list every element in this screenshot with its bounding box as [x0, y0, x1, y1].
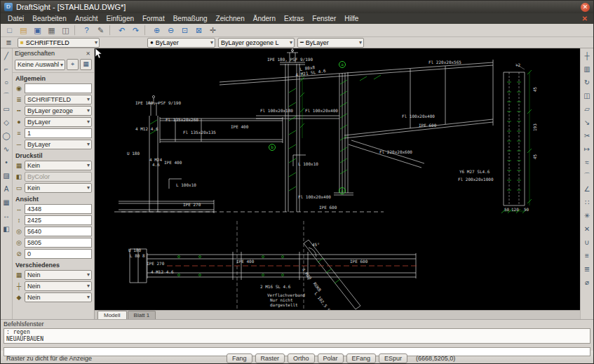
pencil-icon[interactable]: ✎ — [94, 24, 107, 36]
properties-icon[interactable]: ≡ — [581, 250, 593, 262]
menu-item[interactable]: Datei — [4, 15, 28, 22]
menu-item[interactable]: Einfügen — [102, 15, 138, 22]
redo-icon[interactable]: ↷ — [129, 24, 142, 36]
property-value[interactable]: 4348 — [25, 204, 92, 214]
extend-icon[interactable]: ↦ — [581, 144, 593, 155]
menu-item[interactable]: Format — [138, 15, 169, 22]
property-value[interactable]: Nein — [25, 270, 92, 280]
text-icon[interactable]: A — [1, 184, 12, 195]
property-value[interactable]: Nein — [25, 281, 92, 291]
drawing-annotation: 120 — [511, 207, 519, 212]
measure-icon[interactable]: ⌀ — [581, 277, 593, 288]
block-icon[interactable]: ◧ — [1, 224, 12, 235]
drawing-canvas[interactable]: IPE 180, PSF 9/190L 80x84 M21 SL 4.6Fl 2… — [95, 48, 580, 310]
document-close-icon[interactable]: ✕ — [579, 15, 590, 22]
layers-icon[interactable]: ≣ — [581, 264, 593, 275]
polar-toggle[interactable]: Polar — [318, 353, 344, 363]
select-elements-icon[interactable]: ⌖ — [67, 59, 79, 70]
layer-select[interactable]: ■ SCHRIFTFELD — [18, 38, 100, 48]
property-value[interactable]: SCHRIFTFELD — [25, 95, 92, 105]
property-value[interactable]: ByColor — [25, 172, 92, 182]
menu-item[interactable]: Ansicht — [71, 15, 102, 22]
spline-icon[interactable]: ∿ — [1, 144, 12, 155]
section-allgemein: Allgemein — [13, 73, 94, 83]
menu-item[interactable]: Hilfe — [340, 15, 363, 22]
stretch-icon[interactable]: ↘ — [581, 117, 593, 128]
erase-icon[interactable]: ✕ — [581, 224, 593, 235]
property-value[interactable]: ByLayer — [25, 140, 92, 149]
fillet-icon[interactable]: ⌒ — [581, 170, 593, 182]
point-icon[interactable]: • — [1, 157, 12, 168]
zoom-fit-icon[interactable]: ⊠ — [192, 24, 205, 36]
zoom-in-icon[interactable]: ⊕ — [150, 24, 163, 36]
pan-icon[interactable]: ✛ — [206, 24, 220, 36]
menu-item[interactable]: Fenster — [308, 15, 340, 22]
undo-icon[interactable]: ↶ — [115, 24, 128, 36]
layers-manager-icon[interactable]: ≣ — [3, 37, 15, 48]
quick-select-icon[interactable]: ▦ — [80, 59, 92, 70]
pattern-icon[interactable]: ∷ — [581, 197, 593, 208]
grid-toggle[interactable]: Raster — [255, 353, 285, 363]
line-color-select[interactable]: ● ByLayer — [147, 38, 215, 48]
copy-icon[interactable]: ▥ — [581, 64, 593, 75]
zoom-out-icon[interactable]: ⊖ — [164, 24, 177, 36]
offset-icon[interactable]: ≈ — [581, 157, 593, 168]
property-value[interactable]: 5805 — [25, 238, 92, 248]
window-close-icon[interactable]: ✕ — [581, 3, 590, 12]
property-value[interactable] — [25, 83, 92, 93]
property-value[interactable]: ByLayer — [25, 117, 92, 127]
trim-icon[interactable]: ✂ — [581, 130, 593, 142]
menu-item[interactable]: Bearbeiten — [28, 15, 70, 22]
property-value[interactable]: 5640 — [25, 227, 92, 236]
selection-filter-select[interactable]: Keine Auswahl — [15, 60, 65, 70]
properties-close-icon[interactable]: ✕ — [84, 50, 92, 57]
drawing-annotation: 193 — [532, 123, 537, 131]
polygon-icon[interactable]: ◇ — [1, 117, 12, 128]
property-value[interactable]: ByLayer gezoge — [25, 106, 92, 116]
esnap-toggle[interactable]: EFang — [346, 353, 377, 363]
polyline-icon[interactable]: ⌐ — [1, 64, 12, 75]
scale-icon[interactable]: ▱ — [581, 104, 593, 115]
property-value[interactable]: Nein — [25, 292, 92, 302]
snap-toggle[interactable]: Fang — [227, 353, 252, 363]
line-icon[interactable]: ╱ — [1, 50, 12, 62]
rectangle-icon[interactable]: ▭ — [1, 104, 12, 115]
table-icon[interactable]: ▦ — [1, 197, 12, 208]
ellipse-icon[interactable]: ◯ — [1, 130, 12, 142]
new-file-icon[interactable]: □ — [3, 24, 16, 36]
menu-item[interactable]: Zeichnen — [212, 15, 249, 22]
print-icon[interactable]: ▦ — [45, 24, 58, 36]
menu-item[interactable]: Extras — [280, 15, 308, 22]
help-icon[interactable]: ? — [80, 24, 93, 36]
dimension-icon[interactable]: ↔ — [1, 210, 12, 222]
open-file-icon[interactable]: ▤ — [17, 24, 30, 36]
join-icon[interactable]: ∪ — [581, 237, 593, 248]
property-value[interactable]: Kein — [25, 161, 92, 170]
tab-modell[interactable]: Modell — [97, 311, 127, 319]
property-value[interactable]: 0 — [25, 249, 92, 259]
line-weight-select[interactable]: ━ ByLayer — [297, 38, 364, 48]
tab-blatt1[interactable]: Blatt 1 — [128, 311, 156, 319]
drawing-annotation: Nur nicht — [270, 297, 293, 302]
move-icon[interactable]: ┼ — [581, 50, 593, 62]
menu-item[interactable]: Ändern — [249, 15, 280, 22]
mirror-icon[interactable]: ◫ — [581, 90, 593, 102]
menu-item[interactable]: Bemaßung — [169, 15, 212, 22]
ortho-toggle[interactable]: Ortho — [288, 353, 315, 363]
drawing-annotation: Fl 135x20x260 — [166, 117, 198, 122]
chamfer-icon[interactable]: ∠ — [581, 184, 593, 195]
property-value[interactable]: 1 — [25, 128, 92, 138]
circle-icon[interactable]: ○ — [1, 77, 12, 88]
rotate-icon[interactable]: ↻ — [581, 77, 593, 88]
zoom-window-icon[interactable]: ⊡ — [178, 24, 191, 36]
property-value[interactable]: 2425 — [25, 215, 92, 225]
line-style-select[interactable]: ByLayer gezogene L — [218, 38, 295, 48]
etrack-toggle[interactable]: ESpur — [379, 353, 407, 363]
property-value[interactable]: Kein — [25, 183, 92, 193]
hatch-icon[interactable]: ▨ — [1, 170, 12, 182]
save-icon[interactable]: ▣ — [31, 24, 44, 36]
print-preview-icon[interactable]: ◫ — [59, 24, 72, 36]
explode-icon[interactable]: ✳ — [581, 210, 593, 222]
arc-icon[interactable]: ⌒ — [1, 90, 12, 102]
toolbar-icon — [74, 25, 78, 36]
